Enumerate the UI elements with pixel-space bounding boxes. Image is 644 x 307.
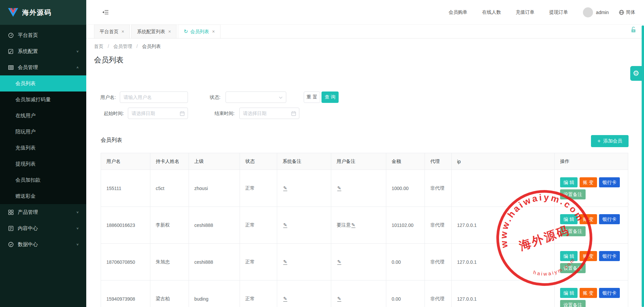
member-table: 用户名 持卡人姓名 上级 状态 系统备注 用户备注 金额 代理 ip 操作 15… — [101, 153, 628, 307]
topbar-link-withdraw-orders[interactable]: 提现订单 — [549, 9, 568, 15]
breadcrumb-home[interactable]: 首页 — [94, 44, 103, 49]
account-change-button[interactable]: 账 变 — [580, 251, 597, 261]
cell-agent: 非代理 — [425, 281, 452, 307]
edit-note-icon[interactable]: ✎ — [283, 223, 287, 228]
avatar — [583, 7, 593, 17]
col-status: 状态 — [240, 153, 277, 170]
calendar-icon — [180, 111, 185, 116]
date-placeholder: 请选择日期 — [243, 111, 266, 117]
bank-card-button[interactable]: 银行卡 — [599, 177, 620, 187]
sidebar-item-member-codes[interactable]: 会员加减打码量 — [0, 91, 86, 108]
cell-username: 18860016623 — [101, 207, 150, 244]
sidebar-item-content-center[interactable]: 内容中心 ∨ — [0, 220, 86, 236]
close-icon[interactable]: × — [168, 25, 171, 38]
topbar-link-online-count[interactable]: 在线人数 — [482, 9, 501, 15]
edit-note-icon[interactable]: ✎ — [283, 186, 287, 191]
tab-member-list[interactable]: ↻ 会员列表 × — [178, 24, 220, 38]
start-date-input[interactable]: 请选择日期 — [128, 108, 188, 119]
edit-note-icon[interactable]: ✎ — [283, 259, 287, 265]
set-note-button[interactable]: 设置备注 — [560, 189, 586, 199]
list-title: 会员列表 — [101, 137, 122, 144]
account-change-button[interactable]: 账 变 — [580, 177, 597, 187]
language-switcher[interactable]: 简体 — [619, 9, 635, 15]
edit-note-icon[interactable]: ✎ — [337, 296, 341, 302]
sidebar-item-system-config[interactable]: 系统配置 ∨ — [0, 43, 86, 59]
table-icon — [8, 65, 14, 70]
breadcrumb-member-management[interactable]: 会员管理 — [113, 44, 132, 49]
edit-button[interactable]: 编 辑 — [560, 288, 578, 298]
edit-note-icon[interactable]: ✎ — [337, 186, 341, 191]
tab-platform-home[interactable]: 平台首页 × — [94, 24, 130, 38]
scrollbar-thumb[interactable] — [642, 25, 644, 307]
edit-button[interactable]: 编 辑 — [560, 251, 578, 261]
set-note-button[interactable]: 设置备注 — [560, 300, 586, 307]
edit-note-icon[interactable]: ✎ — [283, 296, 287, 302]
close-icon[interactable]: × — [212, 25, 215, 38]
refresh-icon[interactable]: ↻ — [184, 25, 188, 38]
sidebar-item-online-users[interactable]: 在线用户 — [0, 108, 86, 124]
end-date-input[interactable]: 请选择日期 — [239, 108, 299, 119]
account-change-button[interactable]: 账 变 — [580, 214, 597, 224]
sidebar-item-member-deduction[interactable]: 会员加扣款 — [0, 172, 86, 188]
col-amount: 金额 — [386, 153, 425, 170]
brand[interactable]: 海外源码 — [0, 0, 86, 25]
cell-upline: buding — [189, 281, 240, 307]
edit-button[interactable]: 编 辑 — [560, 177, 578, 187]
bank-card-button[interactable]: 银行卡 — [599, 214, 620, 224]
close-icon[interactable]: × — [121, 25, 124, 38]
sidebar-item-data-center[interactable]: 数据中心 ∨ — [0, 236, 86, 252]
quick-settings-button[interactable]: ⚙ — [630, 66, 642, 81]
sidebar-item-recharge-list[interactable]: 充值列表 — [0, 140, 86, 156]
bank-card-button[interactable]: 银行卡 — [599, 251, 620, 261]
chevron-down-icon: ∨ — [76, 243, 79, 246]
edit-note-icon[interactable]: ✎ — [337, 259, 341, 265]
collapse-sidebar-icon[interactable] — [102, 9, 109, 15]
dashboard-icon — [8, 33, 14, 38]
gear-icon: ⚙ — [633, 69, 639, 78]
sidebar-item-play-users[interactable]: 陪玩用户 — [0, 124, 86, 140]
edit-button[interactable]: 编 辑 — [560, 214, 578, 224]
cell-user-note: 要注意✎ — [331, 207, 386, 244]
username-input[interactable] — [120, 91, 188, 103]
cell-upline: ceshi888 — [189, 244, 240, 281]
table-row: 18706070850 朱旭忠 ceshi888 正常 ✎ ✎ 0.00 非代理… — [101, 244, 628, 281]
sidebar-item-gift-bonus[interactable]: 赠送彩金 — [0, 188, 86, 204]
user-note-text: 要注意 — [337, 222, 351, 228]
check-circle-icon — [8, 242, 14, 247]
tab-label: 平台首页 — [100, 25, 118, 38]
lock-tabs-button[interactable] — [630, 26, 637, 35]
cell-upline: zhousi — [189, 170, 240, 207]
sidebar-item-label: 系统配置 — [18, 48, 76, 55]
sidebar-item-dashboard[interactable]: 平台首页 — [0, 27, 86, 43]
add-member-button[interactable]: + 添加会员 — [591, 135, 629, 147]
tab-system-config-list[interactable]: 系统配置列表 × — [131, 24, 177, 38]
cell-user-note: ✎ — [331, 281, 386, 307]
tab-label: 系统配置列表 — [137, 25, 165, 38]
col-system-note: 系统备注 — [277, 153, 331, 170]
status-select[interactable] — [226, 91, 286, 103]
sidebar-item-product-management[interactable]: 产品管理 ∨ — [0, 204, 86, 220]
bank-card-button[interactable]: 银行卡 — [599, 288, 620, 298]
search-button[interactable]: 查 询 — [321, 91, 339, 103]
cell-ip: 127.0.0.1 — [452, 244, 555, 281]
account-change-button[interactable]: 账 变 — [580, 288, 597, 298]
username-label: 用户名: — [96, 91, 116, 103]
sidebar-item-withdraw-list[interactable]: 提现列表 — [0, 156, 86, 172]
chevron-up-icon: ∧ — [76, 66, 79, 69]
add-member-label: 添加会员 — [603, 138, 622, 144]
sidebar-item-member-list[interactable]: 会员列表 — [0, 75, 86, 91]
user-menu[interactable]: admin — [583, 7, 609, 17]
tab-label: 会员列表 — [190, 25, 209, 38]
cell-status: 正常 — [240, 281, 277, 307]
set-note-button[interactable]: 设置备注 — [560, 263, 586, 273]
chevron-down-icon — [279, 97, 283, 99]
reset-button[interactable]: 重 置 — [304, 91, 320, 103]
edit-note-icon[interactable]: ✎ — [351, 223, 355, 228]
topbar-link-recharge-orders[interactable]: 充值订单 — [516, 9, 535, 15]
set-note-button[interactable]: 设置备注 — [560, 226, 586, 236]
topbar-link-member-orders[interactable]: 会员购单 — [449, 9, 467, 15]
table-row: 18860016623 李新权 ceshi888 正常 ✎ 要注意✎ 10110… — [101, 207, 628, 244]
sidebar-item-member-management[interactable]: 会员管理 ∧ — [0, 59, 86, 75]
cell-agent: 非代理 — [425, 244, 452, 281]
username: admin — [596, 10, 609, 15]
